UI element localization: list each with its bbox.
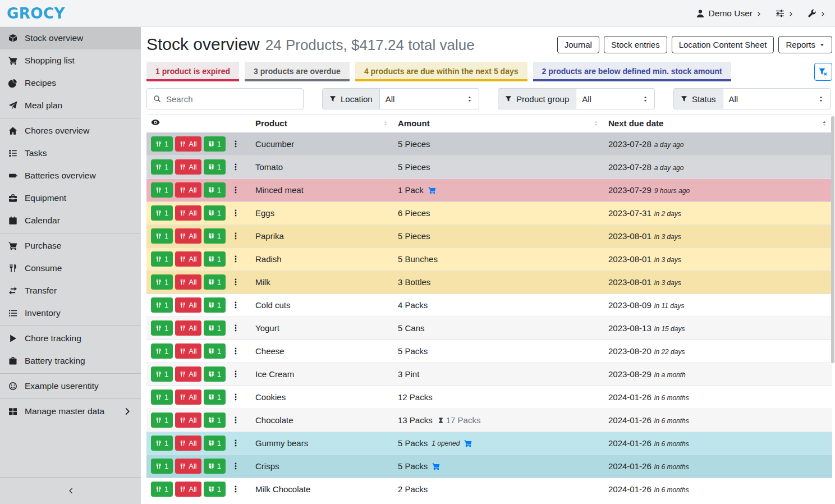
col-visibility-toggle[interactable] (146, 114, 251, 133)
open-one-button[interactable]: 1 (204, 366, 226, 382)
row-menu-button[interactable] (232, 369, 240, 379)
sidebar-item-recipes[interactable]: Recipes (0, 72, 141, 94)
row-menu-button[interactable] (232, 484, 240, 494)
consume-one-button[interactable]: 1 (151, 459, 173, 474)
sidebar-item-purchase[interactable]: Purchase (0, 235, 141, 257)
product-name[interactable]: Cucumber (251, 132, 393, 155)
reports-button[interactable]: Reports (778, 36, 832, 53)
sidebar-item-chore-tracking[interactable]: Chore tracking (0, 327, 141, 350)
consume-one-button[interactable]: 1 (151, 343, 173, 359)
sidebar-collapse-button[interactable] (0, 477, 141, 504)
consume-all-button[interactable]: All (175, 320, 201, 336)
consume-one-button[interactable]: 1 (151, 413, 173, 428)
row-menu-button[interactable] (232, 323, 240, 333)
journal-button[interactable]: Journal (557, 36, 599, 53)
product-name[interactable]: Gummy bears (251, 432, 393, 455)
user-menu[interactable]: Demo User (696, 8, 762, 19)
consume-one-button[interactable]: 1 (151, 205, 173, 221)
consume-all-button[interactable]: All (175, 251, 201, 267)
location-select[interactable]: All (380, 88, 479, 109)
app-logo[interactable]: GROCY (7, 5, 65, 22)
product-name[interactable]: Cookies (251, 386, 393, 409)
status-select[interactable]: All (723, 88, 831, 109)
product-name[interactable]: Ice Cream (251, 363, 393, 386)
sidebar-item-manage-master-data[interactable]: Manage master data (0, 400, 141, 423)
consume-all-button[interactable]: All (175, 228, 201, 244)
consume-one-button[interactable]: 1 (151, 366, 173, 382)
product-name[interactable]: Crisps (251, 455, 393, 478)
sidebar-item-stock-overview[interactable]: Stock overview (0, 27, 141, 49)
sidebar-item-equipment[interactable]: Equipment (0, 187, 141, 209)
consume-one-button[interactable]: 1 (151, 482, 173, 497)
open-one-button[interactable]: 1 (204, 413, 226, 428)
consume-all-button[interactable]: All (175, 182, 201, 198)
banner-below-min[interactable]: 2 products are below defined min. stock … (533, 62, 731, 81)
sidebar-item-transfer[interactable]: Transfer (0, 280, 141, 302)
open-one-button[interactable]: 1 (204, 274, 226, 290)
open-one-button[interactable]: 1 (204, 182, 226, 198)
consume-one-button[interactable]: 1 (151, 228, 173, 244)
row-menu-button[interactable] (232, 254, 240, 264)
row-menu-button[interactable] (232, 461, 240, 471)
product-name[interactable]: Radish (251, 248, 393, 271)
consume-all-button[interactable]: All (175, 205, 201, 221)
consume-all-button[interactable]: All (175, 297, 201, 313)
row-menu-button[interactable] (232, 300, 240, 310)
col-product[interactable]: Product (251, 114, 393, 133)
consume-one-button[interactable]: 1 (151, 297, 173, 313)
open-one-button[interactable]: 1 (204, 320, 226, 336)
open-one-button[interactable]: 1 (204, 136, 226, 152)
search-input[interactable] (166, 94, 297, 104)
row-menu-button[interactable] (232, 415, 240, 425)
product-group-select[interactable]: All (576, 88, 655, 109)
open-one-button[interactable]: 1 (204, 390, 226, 405)
row-menu-button[interactable] (232, 392, 240, 402)
sidebar-item-meal-plan[interactable]: Meal plan (0, 94, 141, 117)
product-name[interactable]: Cheese (251, 340, 393, 363)
consume-all-button[interactable]: All (175, 343, 201, 359)
settings-menu[interactable] (776, 9, 794, 18)
product-name[interactable]: Minced meat (251, 178, 393, 201)
row-menu-button[interactable] (232, 346, 240, 356)
banner-due-soon[interactable]: 4 products are due within the next 5 day… (355, 62, 527, 81)
sidebar-item-batteries-overview[interactable]: Batteries overview (0, 164, 141, 187)
sidebar-item-example-userentity[interactable]: Example userentity (0, 375, 141, 397)
consume-all-button[interactable]: All (175, 436, 201, 451)
consume-one-button[interactable]: 1 (151, 320, 173, 336)
consume-all-button[interactable]: All (175, 459, 201, 474)
open-one-button[interactable]: 1 (204, 297, 226, 313)
sidebar-item-chores-overview[interactable]: Chores overview (0, 120, 141, 142)
consume-one-button[interactable]: 1 (151, 436, 173, 451)
open-one-button[interactable]: 1 (204, 343, 226, 359)
consume-all-button[interactable]: All (175, 413, 201, 428)
col-next-due-date[interactable]: Next due date (604, 114, 832, 133)
product-name[interactable]: Yogurt (251, 317, 393, 340)
open-one-button[interactable]: 1 (204, 436, 226, 451)
location-content-sheet-button[interactable]: Location Content Sheet (672, 36, 774, 53)
consume-all-button[interactable]: All (175, 136, 201, 152)
row-menu-button[interactable] (232, 231, 240, 241)
consume-one-button[interactable]: 1 (151, 159, 173, 175)
sidebar-item-tasks[interactable]: Tasks (0, 142, 141, 164)
open-one-button[interactable]: 1 (204, 459, 226, 474)
consume-one-button[interactable]: 1 (151, 136, 173, 152)
product-name[interactable]: Tomato (251, 155, 393, 178)
sidebar-item-calendar[interactable]: Calendar (0, 209, 141, 232)
consume-one-button[interactable]: 1 (151, 182, 173, 198)
banner-overdue[interactable]: 3 products are overdue (245, 62, 350, 81)
scrollbar-thumb[interactable] (831, 116, 834, 363)
consume-all-button[interactable]: All (175, 390, 201, 405)
row-menu-button[interactable] (232, 277, 240, 287)
admin-menu[interactable] (808, 9, 826, 18)
open-one-button[interactable]: 1 (204, 482, 226, 497)
open-one-button[interactable]: 1 (204, 251, 226, 267)
consume-one-button[interactable]: 1 (151, 274, 173, 290)
row-menu-button[interactable] (232, 162, 240, 172)
product-name[interactable]: Milk (251, 271, 393, 294)
product-name[interactable]: Eggs (251, 201, 393, 224)
clear-filters-button[interactable] (814, 63, 832, 81)
product-name[interactable]: Paprika (251, 224, 393, 248)
product-name[interactable]: Milk Chocolate (251, 478, 393, 501)
row-menu-button[interactable] (232, 208, 240, 218)
open-one-button[interactable]: 1 (204, 228, 226, 244)
